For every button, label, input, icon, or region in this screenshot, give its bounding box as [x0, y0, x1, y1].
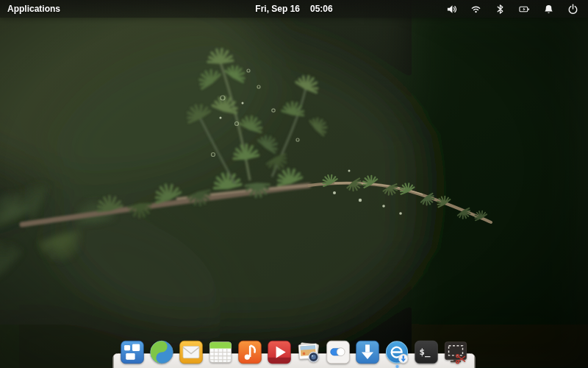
bluetooth-icon[interactable] [493, 0, 506, 18]
dock-item-calendar[interactable] [208, 339, 234, 365]
clock-date: Fri, Sep 16 [255, 4, 300, 14]
power-icon[interactable] [566, 0, 579, 18]
clock-button[interactable]: Fri, Sep 16 05:06 [255, 4, 332, 14]
notifications-icon[interactable] [542, 0, 555, 18]
dock-item-web[interactable] [149, 339, 175, 365]
dock-item-videos[interactable] [267, 339, 293, 365]
dock-item-music[interactable] [237, 339, 263, 365]
indicator-area [445, 0, 588, 18]
dock-item-installer[interactable] [384, 339, 410, 365]
dock-item-mail[interactable] [179, 339, 204, 365]
clock-time: 05:06 [310, 4, 333, 14]
dock-item-system-settings[interactable] [326, 339, 351, 365]
dock-item-photos[interactable] [296, 339, 322, 365]
wallpaper-image [0, 0, 588, 368]
dock-item-terminal[interactable]: $_ [414, 339, 440, 365]
volume-icon[interactable] [445, 0, 458, 18]
terminal-prompt-glyph: $_ [420, 346, 431, 358]
battery-icon[interactable] [517, 0, 531, 18]
dock: $_ [113, 327, 476, 368]
dock-item-screenshot[interactable] [443, 339, 469, 365]
running-indicator [395, 365, 398, 368]
wifi-icon[interactable] [469, 0, 482, 18]
dock-item-appcenter[interactable] [355, 339, 381, 365]
desktop[interactable]: Applications Fri, Sep 16 05:06 [0, 0, 588, 368]
top-panel: Applications Fri, Sep 16 05:06 [0, 0, 588, 18]
applications-menu-button[interactable]: Applications [0, 4, 60, 14]
dock-item-multitasking-view[interactable] [120, 339, 146, 365]
